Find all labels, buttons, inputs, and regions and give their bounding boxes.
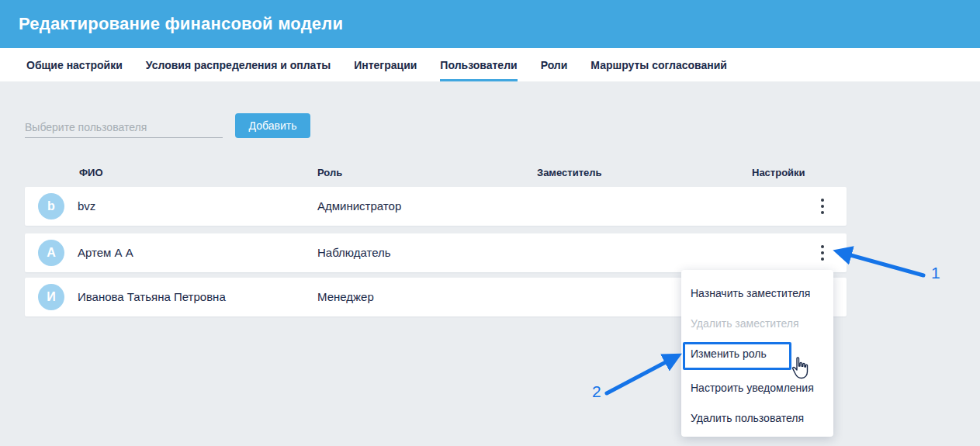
column-header-settings: Настройки: [752, 167, 805, 178]
app-header: Редактирование финансовой модели: [0, 0, 980, 48]
annotation-step-2: 2: [592, 382, 601, 401]
avatar: И: [38, 284, 64, 310]
menu-item-configure-notifications[interactable]: Настроить уведомления: [691, 382, 814, 394]
tab-users[interactable]: Пользователи: [440, 48, 517, 81]
menu-item-delete-user[interactable]: Удалить пользователя: [691, 412, 804, 424]
kebab-menu-icon[interactable]: [816, 195, 829, 217]
user-name: bvz: [78, 199, 95, 213]
menu-item-remove-deputy: Удалить заместителя: [691, 317, 799, 330]
kebab-menu-icon[interactable]: [816, 242, 829, 264]
tab-integrations[interactable]: Интеграции: [354, 48, 417, 81]
menu-item-change-role[interactable]: Изменить роль: [691, 347, 767, 360]
user-role: Менеджер: [317, 290, 374, 303]
table-row: b bvz Администратор: [25, 187, 847, 226]
annotation-arrow-2: [607, 357, 676, 393]
tab-distribution-payment-terms[interactable]: Условия распределения и оплаты: [146, 48, 331, 81]
avatar: b: [38, 193, 64, 220]
avatar: A: [38, 240, 64, 266]
user-name: Иванова Татьяна Петровна: [78, 290, 226, 303]
tab-bar: Общие настройки Условия распределения и …: [0, 48, 980, 81]
tab-approval-routes[interactable]: Маршруты согласований: [590, 48, 727, 81]
tab-roles[interactable]: Роли: [541, 48, 568, 81]
annotation-step-1: 1: [931, 264, 940, 282]
column-header-fio: ФИО: [79, 167, 103, 178]
column-header-deputy: Заместитель: [537, 167, 601, 178]
user-select-input[interactable]: [25, 116, 223, 138]
user-role: Наблюдатель: [317, 246, 391, 259]
tab-general-settings[interactable]: Общие настройки: [26, 48, 123, 81]
add-user-button[interactable]: Добавить: [235, 113, 310, 138]
annotation-arrow-1: [840, 252, 923, 275]
table-row: A Артем А А Наблюдатель: [25, 233, 847, 272]
column-header-role: Роль: [317, 167, 342, 178]
row-context-menu: Назначить заместителя Удалить заместител…: [681, 270, 833, 437]
page-title: Редактирование финансовой модели: [19, 14, 343, 34]
user-role: Администратор: [317, 199, 401, 213]
user-name: Артем А А: [78, 246, 133, 259]
table-header: ФИО Роль Заместитель Настройки: [0, 167, 980, 179]
menu-item-assign-deputy[interactable]: Назначить заместителя: [691, 287, 810, 299]
